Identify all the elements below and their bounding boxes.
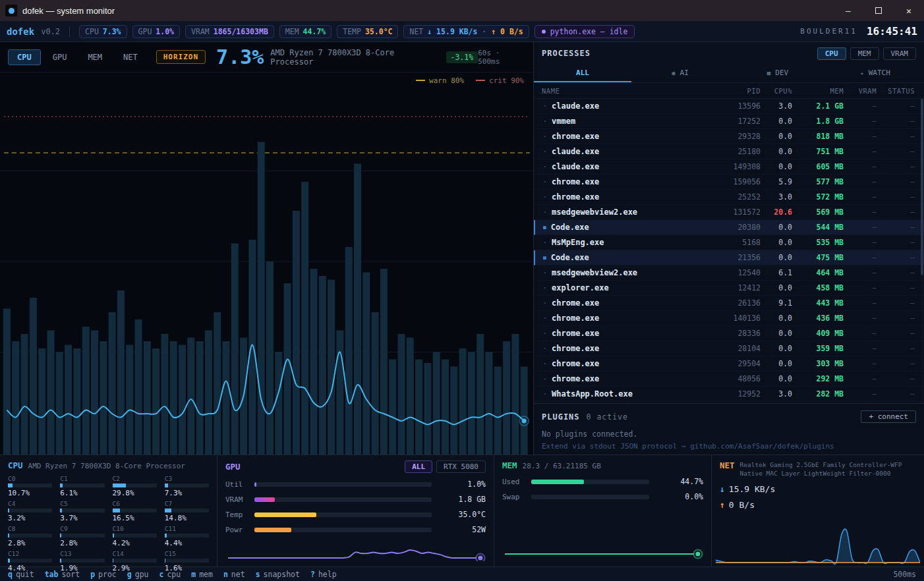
gpu-button-rtx-5080[interactable]: RTX 5080 xyxy=(436,460,486,473)
pill-value: 1.0% xyxy=(156,27,174,36)
core-usage-fill xyxy=(8,534,9,538)
core-usage-bar xyxy=(60,509,104,512)
core-label: C5 xyxy=(60,500,104,507)
close-button[interactable]: ✕ xyxy=(894,0,924,21)
process-row[interactable]: ·msedgewebview2.exe125406.1464 MB—— xyxy=(534,265,924,281)
process-row[interactable]: ·WhatsApp.Root.exe129523.0282 MB—— xyxy=(534,387,924,402)
core-c13: C131.9% xyxy=(60,550,104,572)
process-status: — xyxy=(877,208,915,217)
process-row[interactable]: ·chrome.exe1401360.0436 MB—— xyxy=(534,311,924,326)
process-tab-dev[interactable]: ■DEV xyxy=(729,65,826,82)
process-pid: 149308 xyxy=(713,162,761,171)
process-cpu: 0.0 xyxy=(761,359,792,368)
meter-used: Used44.7% xyxy=(502,477,703,486)
focused-process-pill[interactable]: python.exe — idle xyxy=(534,25,635,38)
process-dot-icon: · xyxy=(543,375,547,383)
process-vram: — xyxy=(844,253,877,262)
core-usage-value: 4.4% xyxy=(8,564,52,572)
column-header-status[interactable]: STATUS xyxy=(877,87,915,95)
shortcut-net[interactable]: nnet xyxy=(223,570,245,579)
core-c10: C104.2% xyxy=(113,525,157,547)
process-vram: — xyxy=(844,223,877,232)
sort-by-cpu-button[interactable]: CPU xyxy=(817,47,846,60)
sort-by-vram-button[interactable]: VRAM xyxy=(883,47,917,60)
process-tab-all[interactable]: ALL xyxy=(534,65,631,82)
process-row[interactable]: ·chrome.exe283360.0409 MB—— xyxy=(534,326,924,341)
process-row[interactable]: ·chrome.exe261369.1443 MB—— xyxy=(534,296,924,311)
core-usage-value: 2.8% xyxy=(60,539,104,547)
plugins-hint-link[interactable]: Extend via stdout JSON protocol → github… xyxy=(542,442,916,451)
chart-tab-net[interactable]: NET xyxy=(114,49,147,65)
process-dot-icon: · xyxy=(543,133,547,140)
scrollbar-thumb[interactable] xyxy=(921,99,923,275)
column-header-pid[interactable]: PID xyxy=(713,87,761,95)
chart-tab-mem[interactable]: MEM xyxy=(78,49,111,65)
process-row[interactable]: ·claude.exe135963.02.1 GB—— xyxy=(534,99,924,114)
core-label: C2 xyxy=(113,475,157,482)
process-filter-tabs: ALL●AI■DEV★WATCH xyxy=(534,65,924,83)
chart-tab-cpu[interactable]: CPU xyxy=(8,49,41,65)
process-row[interactable]: ·claude.exe251800.0751 MB—— xyxy=(534,144,924,159)
process-tab-watch[interactable]: ★WATCH xyxy=(826,65,924,82)
minimize-button[interactable]: — xyxy=(833,0,863,21)
process-status: — xyxy=(877,359,915,368)
process-dot-icon: · xyxy=(543,285,547,292)
process-vram: — xyxy=(844,162,877,171)
meter-track xyxy=(254,528,432,532)
pill-label: MEM xyxy=(285,27,299,36)
column-header-vram[interactable]: VRAM xyxy=(844,87,877,95)
core-usage-fill xyxy=(60,484,63,487)
process-status: — xyxy=(877,344,915,353)
horizon-mode-button[interactable]: HORIZON xyxy=(156,50,206,64)
process-status: — xyxy=(877,374,915,383)
column-header-mem[interactable]: MEM xyxy=(792,87,844,95)
process-pid: 5168 xyxy=(713,238,761,247)
process-row[interactable]: ·chrome.exe1590565.9577 MB—— xyxy=(534,175,924,190)
process-mem: 359 MB xyxy=(792,344,844,353)
process-row[interactable]: ·chrome.exe252523.0572 MB—— xyxy=(534,190,924,205)
process-mem: 535 MB xyxy=(792,238,844,247)
process-row[interactable]: ·claude.exe1493080.0605 MB—— xyxy=(534,159,924,175)
gpu-button-all[interactable]: ALL xyxy=(405,460,432,473)
core-usage-fill xyxy=(60,534,61,538)
process-row[interactable]: ·vmmem172520.01.8 GB—— xyxy=(534,114,924,129)
process-row[interactable]: ·chrome.exe293280.0818 MB—— xyxy=(534,129,924,144)
process-row[interactable]: ■Code.exe203800.0544 MB—— xyxy=(534,220,924,235)
column-header-cpu[interactable]: CPU% xyxy=(761,87,792,95)
process-row[interactable]: ·MsMpEng.exe51680.0535 MB—— xyxy=(534,235,924,250)
core-usage-bar xyxy=(165,559,209,563)
meter-value: 1.0% xyxy=(440,480,486,489)
chart-tab-gpu[interactable]: GPU xyxy=(43,49,76,65)
shortcut-help[interactable]: ?help xyxy=(310,570,337,579)
process-row[interactable]: ·msedgewebview2.exe13157220.6569 MB—— xyxy=(534,205,924,220)
core-usage-bar xyxy=(113,484,157,487)
process-row[interactable]: ■Code.exe213560.0475 MB—— xyxy=(534,250,924,265)
process-pid: 140136 xyxy=(713,314,761,323)
process-row[interactable]: ·chrome.exe281040.0359 MB—— xyxy=(534,341,924,356)
process-pid: 131572 xyxy=(713,208,761,217)
core-usage-fill xyxy=(60,559,61,563)
pill-value: 1865/16303MB xyxy=(214,27,268,36)
process-tab-ai[interactable]: ●AI xyxy=(631,65,729,82)
processes-panel: PROCESSES CPUMEMVRAM ALL●AI■DEV★WATCH NA… xyxy=(534,42,924,455)
process-row[interactable]: ·chrome.exe480560.0292 MB—— xyxy=(534,372,924,387)
process-row[interactable]: ·chrome.exe295040.0303 MB—— xyxy=(534,356,924,372)
process-row[interactable]: ·explorer.exe124120.0458 MB—— xyxy=(534,281,924,296)
core-usage-bar xyxy=(113,509,157,512)
process-scrollbar[interactable] xyxy=(921,99,923,403)
shortcut-snapshot[interactable]: ssnapshot xyxy=(256,570,300,579)
column-header-name[interactable]: NAME xyxy=(542,87,713,95)
process-dot-icon: · xyxy=(543,194,547,201)
core-usage-value: 1.9% xyxy=(60,564,104,572)
plugin-connect-button[interactable]: + connect xyxy=(861,410,916,423)
process-status: — xyxy=(877,238,915,247)
sort-by-mem-button[interactable]: MEM xyxy=(850,47,879,60)
meter-fill xyxy=(254,482,256,487)
maximize-button[interactable] xyxy=(863,0,894,21)
core-usage-value: 6.1% xyxy=(60,489,104,497)
core-usage-value: 7.3% xyxy=(165,489,209,497)
mem-panel-subtitle: 28.3 / 63.21185 GB xyxy=(523,462,601,470)
process-vram: — xyxy=(844,389,877,399)
process-cpu: 0.0 xyxy=(761,117,792,126)
upload-rate: ↑0 B/s xyxy=(720,500,916,510)
